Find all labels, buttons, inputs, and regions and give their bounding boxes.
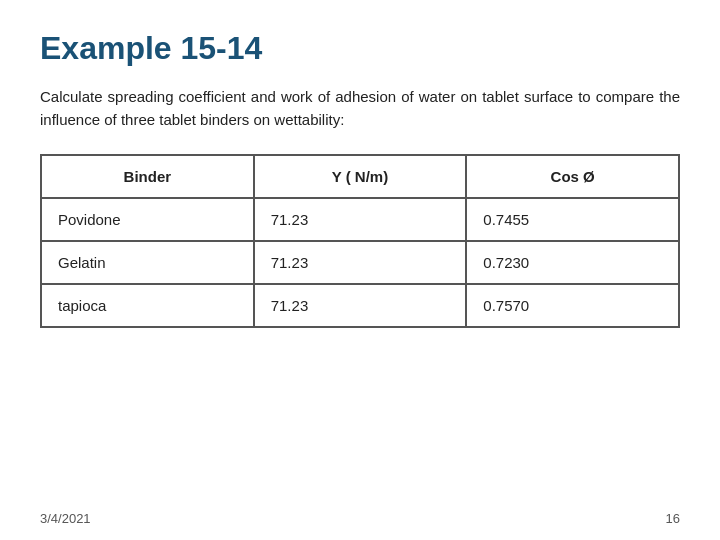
table-cell-1-0: Gelatin: [41, 241, 254, 284]
table-header-row: Binder Y ( N/m) Cos Ø: [41, 155, 679, 198]
table-cell-0-1: 71.23: [254, 198, 467, 241]
table-cell-2-2: 0.7570: [466, 284, 679, 327]
table-cell-2-1: 71.23: [254, 284, 467, 327]
table-cell-0-0: Povidone: [41, 198, 254, 241]
col-header-y: Y ( N/m): [254, 155, 467, 198]
table-row: Gelatin71.230.7230: [41, 241, 679, 284]
description-text: Calculate spreading coefficient and work…: [40, 85, 680, 132]
table-row: tapioca71.230.7570: [41, 284, 679, 327]
data-table: Binder Y ( N/m) Cos Ø Povidone71.230.745…: [40, 154, 680, 328]
col-header-cos: Cos Ø: [466, 155, 679, 198]
page-title: Example 15-14: [40, 30, 680, 67]
col-header-binder: Binder: [41, 155, 254, 198]
table-cell-2-0: tapioca: [41, 284, 254, 327]
table-cell-1-1: 71.23: [254, 241, 467, 284]
footer-page: 16: [666, 511, 680, 526]
table-cell-1-2: 0.7230: [466, 241, 679, 284]
table-row: Povidone71.230.7455: [41, 198, 679, 241]
table-cell-0-2: 0.7455: [466, 198, 679, 241]
footer-date: 3/4/2021: [40, 511, 91, 526]
